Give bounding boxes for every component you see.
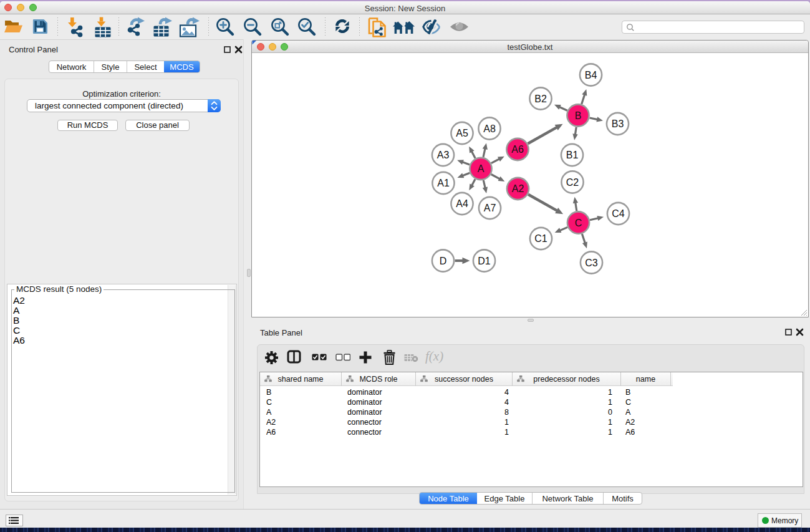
svg-text:A7: A7 — [484, 203, 496, 213]
svg-text:A6: A6 — [511, 144, 524, 155]
svg-text:B4: B4 — [585, 70, 597, 80]
svg-text:A3: A3 — [437, 150, 450, 160]
svg-text:A5: A5 — [456, 128, 468, 138]
svg-text:A: A — [478, 163, 485, 174]
svg-text:A1: A1 — [437, 178, 450, 188]
svg-text:B1: B1 — [566, 150, 579, 160]
svg-text:D1: D1 — [478, 256, 491, 266]
svg-text:B3: B3 — [612, 118, 624, 129]
svg-text:C1: C1 — [534, 233, 547, 244]
svg-text:C4: C4 — [612, 208, 625, 219]
svg-text:A2: A2 — [512, 183, 524, 194]
svg-text:B: B — [575, 110, 582, 121]
svg-text:C: C — [575, 218, 582, 228]
svg-text:B2: B2 — [534, 94, 547, 104]
svg-text:D: D — [440, 256, 447, 266]
svg-text:A8: A8 — [483, 123, 496, 134]
svg-text:A4: A4 — [456, 198, 468, 209]
svg-text:C3: C3 — [585, 258, 598, 268]
svg-text:C2: C2 — [566, 177, 579, 188]
